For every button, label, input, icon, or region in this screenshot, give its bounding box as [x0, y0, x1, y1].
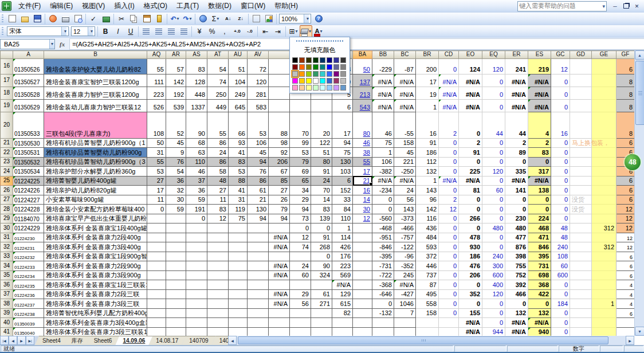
- cell-BR39[interactable]: 158: [416, 308, 439, 318]
- cell-ES41[interactable]: 940: [528, 327, 551, 336]
- cell-EO22[interactable]: 91: [459, 148, 482, 158]
- row-header-19[interactable]: 19: [1, 99, 13, 112]
- cell-AY19[interactable]: [311, 99, 332, 112]
- row-header-33[interactable]: 33: [1, 252, 13, 261]
- cell-ER17[interactable]: #N/A: [505, 74, 528, 87]
- color-swatch-993300[interactable]: [299, 57, 305, 63]
- scroll-right-icon[interactable]: ▶: [626, 336, 634, 345]
- select-all-corner[interactable]: [1, 51, 13, 59]
- cell-AW31[interactable]: #N/A: [269, 233, 290, 242]
- cell-BR29[interactable]: 116: [416, 214, 439, 223]
- color-swatch-CCFFFF[interactable]: [320, 85, 325, 91]
- save-icon[interactable]: [31, 13, 44, 25]
- cell-AT41[interactable]: [207, 327, 229, 336]
- cell-A24[interactable]: 01350534: [13, 167, 44, 176]
- cell-AX24[interactable]: 69: [290, 167, 311, 176]
- cell-EO21[interactable]: 2: [459, 138, 482, 148]
- cell-GE19[interactable]: [592, 99, 616, 112]
- cell-AU38[interactable]: [229, 299, 248, 309]
- cell-BB38[interactable]: 0: [372, 299, 394, 309]
- cell-AW19[interactable]: [269, 99, 290, 112]
- cell-AX34[interactable]: 24: [290, 261, 311, 271]
- bold-button[interactable]: B: [99, 25, 112, 38]
- tab-库存[interactable]: 库存: [64, 336, 91, 345]
- cell-ES40[interactable]: #N/A: [528, 318, 551, 328]
- cell-AU25[interactable]: 88: [229, 176, 248, 186]
- chevron-down-icon[interactable]: ▾: [309, 29, 311, 34]
- cell-AW40[interactable]: [269, 318, 290, 328]
- cell-ES33[interactable]: 395: [528, 252, 551, 261]
- cell-AQ18[interactable]: 223: [147, 87, 166, 99]
- cell-ES19[interactable]: #N/A: [528, 99, 551, 112]
- cell-BA40[interactable]: [353, 318, 372, 328]
- cell-GF35[interactable]: 6: [616, 270, 635, 280]
- cell-GD19[interactable]: [570, 99, 592, 112]
- cell-GE20[interactable]: [592, 112, 616, 138]
- cell-AQ40[interactable]: [147, 318, 166, 328]
- cell-ES22[interactable]: 83: [528, 148, 551, 158]
- cell-CD28[interactable]: 12: [439, 205, 459, 214]
- cell-EO23[interactable]: 0: [459, 157, 482, 167]
- cell-AR22[interactable]: 9: [166, 148, 186, 158]
- cell-GD24[interactable]: [570, 167, 592, 176]
- cell-AZ38[interactable]: 615: [332, 299, 353, 309]
- cell-AS24[interactable]: 46: [186, 167, 207, 176]
- cell-AX29[interactable]: 73: [290, 214, 311, 223]
- first-sheet-icon[interactable]: |◀: [0, 336, 9, 345]
- cell-BC30[interactable]: -466: [394, 223, 416, 233]
- cell-GC23[interactable]: 0: [551, 157, 570, 167]
- col-header-AT[interactable]: AT: [207, 51, 229, 59]
- cell-AQ20[interactable]: 108: [147, 112, 166, 138]
- cell-AW29[interactable]: 94: [269, 214, 290, 223]
- color-swatch-00FFFF[interactable]: [320, 78, 325, 84]
- cell-AS37[interactable]: [186, 289, 207, 299]
- col-header-ES[interactable]: ES: [528, 51, 551, 59]
- copy-icon[interactable]: [128, 13, 140, 25]
- col-header-AQ[interactable]: AQ: [147, 51, 166, 59]
- cell-BC28[interactable]: 143: [394, 205, 416, 214]
- cell-BC16[interactable]: -87: [394, 58, 416, 74]
- cell-AZ22[interactable]: 75: [332, 148, 353, 158]
- cell-AU21[interactable]: 93: [229, 138, 248, 148]
- color-swatch-FFFFFF[interactable]: [313, 78, 319, 84]
- cell-CD38[interactable]: 0: [439, 299, 459, 309]
- color-swatch-000000[interactable]: [292, 57, 298, 63]
- cell-B23[interactable]: 雅培有机珍品菁智幼儿奶粉900g（3: [44, 157, 147, 167]
- color-swatch-6699CC[interactable]: [340, 85, 346, 91]
- cell-ES38[interactable]: 0: [528, 299, 551, 309]
- cell-AR19[interactable]: 539: [166, 99, 186, 112]
- cell-AU28[interactable]: 119: [229, 205, 248, 214]
- tab-14.09.06[interactable]: 14.09.06: [115, 336, 152, 345]
- cell-AS16[interactable]: 83: [186, 58, 207, 74]
- cell-GD33[interactable]: [570, 252, 592, 261]
- cell-EO33[interactable]: 186: [459, 252, 482, 261]
- cell-ER30[interactable]: 480: [505, 223, 528, 233]
- color-swatch-000080[interactable]: [327, 57, 332, 63]
- cell-AT35[interactable]: [207, 270, 229, 280]
- cell-AY23[interactable]: 80: [311, 157, 332, 167]
- cell-B39[interactable]: 雅培菁智优纯系列婴儿配方奶粉400g: [44, 308, 147, 318]
- chevron-down-icon[interactable]: ▾: [304, 14, 309, 23]
- cell-CD27[interactable]: 2: [439, 195, 459, 205]
- cell-GD32[interactable]: [570, 242, 592, 252]
- cell-AQ28[interactable]: 0: [147, 205, 166, 214]
- row-header-40[interactable]: 40: [1, 318, 13, 328]
- percent-button[interactable]: %: [206, 25, 218, 38]
- cell-AQ23[interactable]: 55: [147, 157, 166, 167]
- cell-AR33[interactable]: [166, 252, 186, 261]
- row-header-32[interactable]: 32: [1, 242, 13, 252]
- cell-AT29[interactable]: 12: [207, 214, 229, 223]
- cell-AS19[interactable]: 1337: [186, 99, 207, 112]
- cell-ES30[interactable]: 468: [528, 223, 551, 233]
- cell-ER27[interactable]: 0: [505, 195, 528, 205]
- drawing-icon[interactable]: [262, 13, 275, 25]
- cell-BA26[interactable]: 16: [353, 186, 372, 195]
- row-header-20[interactable]: 20: [1, 112, 13, 138]
- cell-BR40[interactable]: [416, 318, 439, 328]
- cell-GD20[interactable]: [570, 112, 592, 138]
- insert-function-button[interactable]: fx: [55, 41, 69, 48]
- color-swatch-808000[interactable]: [306, 64, 312, 70]
- cell-EQ29[interactable]: 0: [482, 214, 505, 223]
- row-header-37[interactable]: 37: [1, 289, 13, 299]
- cell-B37[interactable]: 雅培亲体系列 金装喜康力2段三联: [44, 289, 147, 299]
